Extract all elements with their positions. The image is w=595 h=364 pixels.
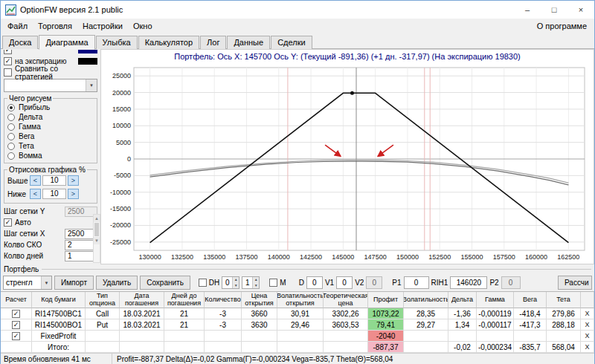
col-calc: Расчет — [1, 292, 32, 308]
d-input[interactable]: 0 — [306, 276, 323, 289]
spin-up-icon[interactable]: ▲ — [253, 277, 259, 283]
tab-smile[interactable]: Улыбка — [96, 36, 138, 49]
v2-input[interactable]: 0 — [366, 276, 382, 289]
row-close-button[interactable]: X — [581, 319, 594, 331]
scroll-up-icon[interactable]: ▲ — [94, 215, 100, 222]
dh-spinner-2[interactable]: 1 ▲▼ — [242, 276, 260, 289]
draw-vomma-radio[interactable] — [7, 152, 15, 160]
below-decrement-button[interactable]: < — [30, 189, 41, 199]
m-checkbox[interactable] — [269, 279, 277, 287]
col-theor-price: Теоретическая цена — [324, 292, 368, 308]
spin-down-icon[interactable]: ▼ — [253, 283, 259, 289]
scrollbar-thumb[interactable] — [94, 223, 99, 236]
cell-delta — [448, 331, 477, 342]
spin-up-icon[interactable]: ▲ — [233, 277, 239, 283]
y-tick-label: 10000 — [112, 122, 131, 129]
maximize-button[interactable]: □ — [541, 1, 567, 19]
col-open-volatility: Волатильность открытия — [277, 292, 324, 308]
calculate-button[interactable]: Рассчи — [558, 276, 592, 290]
col-code: Код бумаги — [32, 292, 86, 308]
delete-button[interactable]: Удалить — [96, 276, 138, 290]
draw-vega-radio[interactable] — [7, 133, 15, 140]
cell-open-volatility — [277, 342, 324, 353]
cell-theor-price: 3603,53 — [324, 319, 368, 331]
ticker-price-input[interactable]: 146020 — [450, 276, 487, 289]
p1-input[interactable]: 0 — [404, 276, 429, 289]
cell-open-volatility: 29,46 — [277, 319, 324, 331]
save-button[interactable]: Сохранить — [140, 276, 190, 290]
cell-gamma — [477, 331, 514, 342]
app-window: OptionFW версия 2.1 public – □ × ФайлТор… — [0, 0, 595, 364]
row-close-button[interactable]: X — [581, 308, 594, 319]
update-time: Время обновления 41 мс — [1, 354, 112, 364]
cell-expiry-date: 18.03.2021 — [120, 319, 164, 331]
x-tick-label: 162500 — [557, 253, 579, 261]
import-button[interactable]: Импорт — [54, 276, 94, 290]
dh-checkbox[interactable] — [199, 279, 207, 287]
draw-profit-radio[interactable] — [7, 104, 15, 111]
auto-checkbox[interactable]: ✓ — [4, 218, 12, 227]
below-value-input[interactable]: 10 — [42, 189, 66, 199]
compare-checkbox[interactable] — [4, 68, 12, 77]
spin-down-icon[interactable]: ▼ — [233, 283, 239, 289]
above-increment-button[interactable]: > — [68, 175, 79, 186]
draw-gamma-radio[interactable] — [7, 123, 15, 131]
cell-gamma: -0,000119 — [477, 308, 514, 319]
title-bar[interactable]: OptionFW версия 2.1 public – □ × — [1, 1, 594, 19]
cell-vega: -835,7 — [514, 342, 547, 353]
cell-code: Итого: — [32, 342, 86, 353]
expiry-checkbox[interactable]: ✓ — [4, 57, 12, 65]
row-close-button[interactable]: X — [581, 331, 594, 342]
current-checkbox[interactable]: ✓ — [4, 50, 12, 54]
menu-trade[interactable]: Торговля — [33, 20, 77, 32]
grid-step-y-label: Шаг сетки Y — [4, 207, 45, 215]
cell-calc: ✓ — [1, 308, 32, 319]
p2-input[interactable]: 0 — [501, 276, 521, 289]
below-increment-button[interactable]: > — [68, 189, 79, 199]
portfolio-section: Портфель — [1, 264, 594, 274]
col-close — [581, 292, 594, 308]
cell-calc: ✓ — [1, 319, 32, 331]
cell-profit: 1073,22 — [368, 308, 404, 319]
row-calc-checkbox[interactable]: ✓ — [12, 310, 20, 318]
tab-trades[interactable]: Сделки — [271, 36, 312, 49]
legend-row-current: ✓ — [4, 50, 97, 56]
draw-delta-radio[interactable] — [7, 114, 15, 121]
cell-delta: 1,34 — [448, 319, 477, 331]
row-close-button[interactable]: X — [581, 342, 594, 353]
row-calc-checkbox[interactable]: ✓ — [12, 321, 20, 329]
menu-window[interactable]: Окно — [128, 20, 158, 32]
y-tick-label: -10000 — [110, 189, 131, 196]
dh-spinner-1[interactable]: 0 ▲▼ — [222, 276, 239, 289]
tab-diagram[interactable]: Диаграмма — [39, 35, 94, 50]
v1-input[interactable]: 0 — [336, 276, 353, 289]
row-calc-checkbox[interactable]: ✓ — [12, 332, 20, 340]
close-button[interactable]: × — [567, 1, 594, 19]
col-volatility: Волатильность — [404, 292, 448, 308]
chart-panel: Портфель: Ось X: 145700 Ось Y: (Текущий … — [100, 49, 594, 264]
y-tick-label: 20000 — [112, 89, 131, 97]
above-value-input[interactable]: 10 — [42, 175, 66, 186]
strategy-compare-select[interactable]: ▼ — [4, 79, 97, 92]
tab-data[interactable]: Данные — [227, 36, 270, 49]
menu-about[interactable]: О программе — [531, 20, 593, 32]
pnl-chart[interactable]: 1300001325001350001375001400001425001450… — [101, 63, 592, 264]
scroll-down-icon[interactable]: ▼ — [94, 237, 100, 244]
x-tick-label: 160000 — [525, 253, 547, 261]
col-vega: Вега — [514, 292, 547, 308]
cell-theta: 568,04 — [547, 342, 581, 353]
tab-calculator[interactable]: Калькулятор — [138, 36, 199, 49]
strategy-select[interactable]: стренгл ▼ — [3, 276, 52, 290]
sko-count-label: Колво СКО — [4, 241, 42, 249]
cell-days-to-expiry: 21 — [164, 308, 205, 319]
menu-settings[interactable]: Настройки — [77, 20, 128, 32]
minimize-button[interactable]: – — [514, 1, 541, 19]
tab-board[interactable]: Доска — [2, 36, 38, 49]
menu-file[interactable]: Файл — [2, 20, 33, 32]
sidebar-scrollbar[interactable]: ▲ ▼ — [93, 214, 100, 263]
draw-theta-radio[interactable] — [7, 143, 15, 150]
cell-expiry-date: 18.03.2021 — [120, 308, 164, 319]
above-decrement-button[interactable]: < — [30, 175, 41, 186]
current-color-swatch[interactable] — [78, 50, 97, 53]
tab-log[interactable]: Лог — [200, 36, 226, 49]
